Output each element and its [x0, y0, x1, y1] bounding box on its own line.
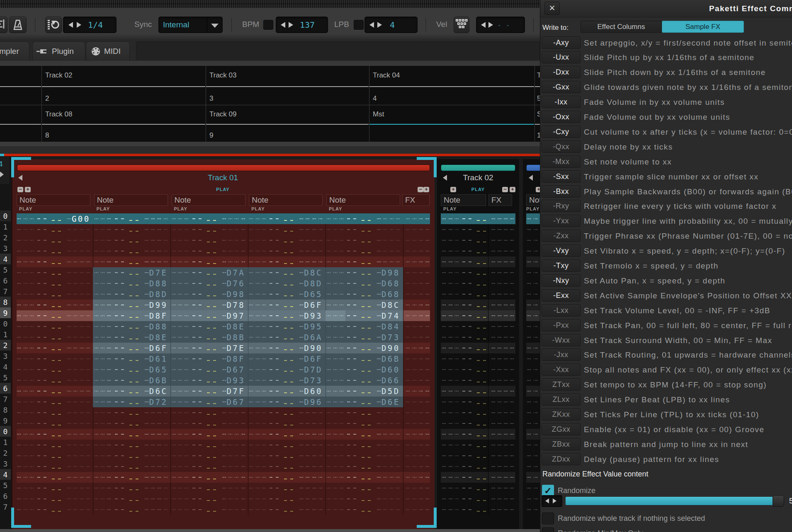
minmax-checkbox[interactable] [542, 527, 554, 532]
track-02[interactable]: Track 02+PLAY−+NoteFXPLAY [437, 159, 519, 529]
randomize-decrease-icon[interactable] [545, 498, 549, 503]
sync-dropdown[interactable]: Internal [158, 17, 223, 33]
remove-fx-column-button[interactable]: − [418, 187, 423, 192]
note-column-header[interactable]: Note [17, 194, 90, 206]
effect-command-button[interactable]: ZLxx [542, 393, 581, 406]
fx-column-header[interactable]: FX [402, 194, 430, 206]
close-icon[interactable]: ✕ [544, 2, 560, 15]
add-note-column-button[interactable]: + [536, 187, 540, 192]
edit-step-decrease-icon[interactable] [68, 22, 73, 28]
dialog-titlebar[interactable]: ✕ Paketti Effect Command Dialog [540, 0, 792, 17]
effect-command-button[interactable]: ZTxx [542, 378, 581, 391]
fx-column-header[interactable]: FX [488, 194, 512, 206]
edit-step-spinner[interactable]: 1/4 [63, 17, 117, 33]
add-fx-column-button[interactable]: + [423, 187, 429, 192]
note-column-play-state[interactable]: PLAY [329, 206, 342, 211]
note-column-play-state[interactable]: PLAY [443, 206, 457, 211]
track-03[interactable]: +NotePLAY [523, 159, 540, 529]
effect-command-button[interactable]: -Rxy [542, 200, 581, 212]
effect-command-button[interactable]: -Jxx [542, 348, 581, 361]
edit-step-increase-icon[interactable] [77, 22, 81, 28]
effect-command-button[interactable]: -Gxx [542, 81, 581, 93]
lpb-value[interactable]: 4 [390, 17, 395, 33]
track-play-state[interactable]: PLAY [12, 186, 433, 192]
keypad-button[interactable] [454, 17, 469, 33]
effect-command-button[interactable]: -Yxx [542, 215, 581, 227]
write-to-sample-fx-button[interactable]: Sample FX [662, 21, 744, 33]
note-column-header[interactable]: Note [94, 194, 168, 206]
note-column-header[interactable]: Note [441, 194, 486, 206]
effect-command-button[interactable]: -Lxx [542, 304, 581, 317]
randomize-amount-spinner[interactable] [542, 495, 562, 507]
lpb-increase-icon[interactable] [377, 22, 382, 28]
note-column-play-state[interactable]: PLAY [19, 206, 32, 211]
bpm-increase-icon[interactable] [289, 22, 293, 28]
note-column-play-state[interactable]: PLAY [174, 206, 187, 211]
bpm-value[interactable]: 137 [300, 17, 315, 33]
randomize-increase-icon[interactable] [553, 498, 556, 503]
effect-command-button[interactable]: ZKxx [542, 408, 581, 421]
effect-command-button[interactable]: -Nxy [542, 274, 581, 287]
tab-plugin[interactable]: Plugin [32, 41, 85, 61]
effect-command-button[interactable]: -Oxx [542, 111, 581, 123]
add-fx-column-button[interactable]: + [510, 187, 515, 192]
effect-command-button[interactable]: -Txy [542, 259, 581, 272]
effect-command-button[interactable]: -Qxx [542, 140, 581, 153]
expand-track-icon[interactable] [0, 170, 4, 179]
track-color-bar[interactable] [526, 164, 540, 171]
bpm-spinner[interactable]: 137 [276, 17, 328, 33]
lpb-checkbox[interactable] [354, 20, 364, 30]
note-column-header[interactable]: Note [526, 194, 540, 206]
keyboard-icon-button[interactable] [0, 17, 7, 33]
effect-command-button[interactable]: -Xxx [542, 363, 581, 376]
whole-track-checkbox[interactable] [542, 513, 554, 525]
write-to-effect-columns-button[interactable]: Effect Columns [581, 21, 662, 33]
lpb-spinner[interactable]: 4 [364, 17, 418, 33]
effect-command-button[interactable]: -Zxx [542, 230, 581, 242]
lpb-decrease-icon[interactable] [369, 22, 374, 28]
remove-fx-column-button[interactable]: − [502, 187, 508, 192]
metronome-button[interactable] [9, 17, 27, 33]
effect-command-button[interactable]: -Pxx [542, 319, 581, 331]
collapse-track-icon[interactable] [529, 175, 533, 181]
note-column-header[interactable]: Note [326, 194, 400, 206]
vel-spinner[interactable]: - - [476, 17, 525, 33]
track-name[interactable]: Track 02 [437, 174, 519, 181]
effect-command-button[interactable]: ZDxx [542, 453, 581, 465]
effect-command-button[interactable]: -Exx [542, 289, 581, 302]
vel-increase-icon[interactable] [488, 22, 493, 28]
effect-command-button[interactable]: -Mxx [542, 155, 581, 168]
effect-command-button[interactable]: -Wxx [542, 334, 581, 346]
note-column-play-state[interactable]: PLAY [97, 206, 110, 211]
track-01[interactable]: Track 01−+PLAY−+NotePLAYNotePLAYNotePLAY… [11, 159, 435, 529]
effect-command-button[interactable]: -Ixx [542, 96, 581, 108]
track-color-bar[interactable] [441, 164, 515, 171]
track-scopes[interactable]: Track 022Track 033Track 044Track 055Trac… [0, 66, 540, 142]
effect-command-button[interactable]: ZBxx [542, 438, 581, 450]
note-column-header[interactable]: Note [249, 194, 323, 206]
effect-command-button[interactable]: -Vxy [542, 244, 581, 257]
effect-command-button[interactable]: -Bxx [542, 185, 581, 198]
track-name[interactable]: Track 01 [12, 174, 433, 181]
note-column-header[interactable]: Note [172, 194, 245, 206]
effect-command-button[interactable]: -Axy [542, 36, 581, 49]
slider-handle[interactable] [773, 495, 784, 507]
edit-step-value[interactable]: 1/4 [88, 17, 103, 33]
track-color-bar[interactable] [17, 164, 430, 171]
effect-command-button[interactable]: ZGxx [542, 423, 581, 435]
vel-value[interactable]: - - [497, 17, 510, 33]
effect-command-button[interactable]: -Uxx [542, 51, 581, 63]
collapsed-track-stub[interactable]: 4 [0, 156, 10, 185]
effect-command-button[interactable]: -Dxx [542, 66, 581, 78]
bpm-decrease-icon[interactable] [281, 22, 285, 28]
effect-command-button[interactable]: -Sxx [542, 170, 581, 183]
tab-sampler[interactable]: Sampler [0, 41, 29, 61]
note-column-play-state[interactable]: PLAY [526, 206, 539, 211]
note-column-play-state[interactable]: PLAY [251, 206, 265, 211]
pattern-editor[interactable]: 01234567890123456789012345674Track 01−+P… [0, 156, 540, 532]
randomize-slider[interactable] [566, 497, 785, 505]
chevron-down-icon[interactable] [211, 24, 219, 28]
follow-player-button[interactable] [45, 17, 62, 33]
bpm-checkbox[interactable] [263, 20, 273, 30]
tab-midi[interactable]: MIDI [86, 41, 130, 61]
